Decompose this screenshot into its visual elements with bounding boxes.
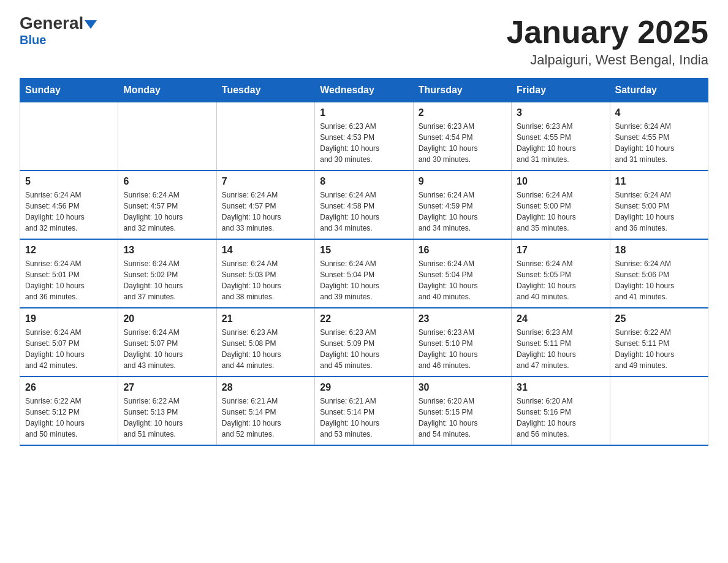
logo-general-text: General [20, 15, 97, 32]
day-number: 15 [320, 245, 408, 256]
day-number: 21 [222, 313, 309, 324]
logo-general-label: General [20, 13, 83, 33]
day-info: Sunrise: 6:21 AM Sunset: 5:14 PM Dayligh… [222, 396, 309, 440]
day-number: 18 [615, 245, 703, 256]
day-info: Sunrise: 6:24 AM Sunset: 4:57 PM Dayligh… [123, 190, 211, 234]
day-number: 24 [517, 313, 604, 324]
col-thursday: Thursday [413, 79, 511, 102]
col-monday: Monday [118, 79, 216, 102]
day-number: 13 [123, 245, 211, 256]
day-number: 6 [123, 176, 211, 187]
calendar-cell: 16Sunrise: 6:24 AM Sunset: 5:04 PM Dayli… [413, 239, 511, 308]
col-wednesday: Wednesday [315, 79, 413, 102]
calendar-cell: 11Sunrise: 6:24 AM Sunset: 5:00 PM Dayli… [610, 170, 708, 239]
day-number: 14 [222, 245, 309, 256]
calendar-cell [20, 102, 118, 171]
day-number: 31 [517, 382, 604, 393]
day-number: 2 [419, 107, 506, 118]
day-number: 8 [320, 176, 408, 187]
day-info: Sunrise: 6:24 AM Sunset: 5:07 PM Dayligh… [123, 327, 211, 371]
calendar-cell: 4Sunrise: 6:24 AM Sunset: 4:55 PM Daylig… [610, 102, 708, 171]
day-info: Sunrise: 6:23 AM Sunset: 5:11 PM Dayligh… [517, 327, 604, 371]
calendar-cell: 2Sunrise: 6:23 AM Sunset: 4:54 PM Daylig… [413, 102, 511, 171]
day-info: Sunrise: 6:24 AM Sunset: 5:07 PM Dayligh… [25, 327, 113, 371]
day-number: 20 [123, 313, 211, 324]
day-number: 10 [517, 176, 604, 187]
day-number: 4 [615, 107, 703, 118]
col-friday: Friday [512, 79, 610, 102]
calendar-cell: 14Sunrise: 6:24 AM Sunset: 5:03 PM Dayli… [216, 239, 314, 308]
calendar-cell: 22Sunrise: 6:23 AM Sunset: 5:09 PM Dayli… [315, 308, 413, 377]
day-info: Sunrise: 6:24 AM Sunset: 5:00 PM Dayligh… [615, 190, 703, 234]
day-number: 9 [419, 176, 506, 187]
calendar-cell: 27Sunrise: 6:22 AM Sunset: 5:13 PM Dayli… [118, 377, 216, 445]
day-number: 22 [320, 313, 408, 324]
day-number: 3 [517, 107, 604, 118]
calendar-week-row: 19Sunrise: 6:24 AM Sunset: 5:07 PM Dayli… [20, 308, 708, 377]
day-number: 27 [123, 382, 211, 393]
calendar-week-row: 26Sunrise: 6:22 AM Sunset: 5:12 PM Dayli… [20, 377, 708, 445]
day-number: 23 [419, 313, 506, 324]
day-info: Sunrise: 6:23 AM Sunset: 5:08 PM Dayligh… [222, 327, 309, 371]
day-info: Sunrise: 6:24 AM Sunset: 5:05 PM Dayligh… [517, 258, 604, 302]
calendar-cell: 5Sunrise: 6:24 AM Sunset: 4:56 PM Daylig… [20, 170, 118, 239]
day-number: 19 [25, 313, 113, 324]
calendar-cell: 18Sunrise: 6:24 AM Sunset: 5:06 PM Dayli… [610, 239, 708, 308]
header-row: Sunday Monday Tuesday Wednesday Thursday… [20, 79, 708, 102]
calendar-cell: 28Sunrise: 6:21 AM Sunset: 5:14 PM Dayli… [216, 377, 314, 445]
day-info: Sunrise: 6:22 AM Sunset: 5:12 PM Dayligh… [25, 396, 113, 440]
calendar-cell: 21Sunrise: 6:23 AM Sunset: 5:08 PM Dayli… [216, 308, 314, 377]
day-number: 16 [419, 245, 506, 256]
calendar-cell: 6Sunrise: 6:24 AM Sunset: 4:57 PM Daylig… [118, 170, 216, 239]
calendar-week-row: 12Sunrise: 6:24 AM Sunset: 5:01 PM Dayli… [20, 239, 708, 308]
calendar-cell: 26Sunrise: 6:22 AM Sunset: 5:12 PM Dayli… [20, 377, 118, 445]
calendar-cell: 10Sunrise: 6:24 AM Sunset: 5:00 PM Dayli… [512, 170, 610, 239]
day-number: 5 [25, 176, 113, 187]
calendar-cell: 30Sunrise: 6:20 AM Sunset: 5:15 PM Dayli… [413, 377, 511, 445]
day-info: Sunrise: 6:21 AM Sunset: 5:14 PM Dayligh… [320, 396, 408, 440]
day-info: Sunrise: 6:24 AM Sunset: 4:58 PM Dayligh… [320, 190, 408, 234]
calendar-cell [216, 102, 314, 171]
day-number: 25 [615, 313, 703, 324]
col-saturday: Saturday [610, 79, 708, 102]
day-number: 11 [615, 176, 703, 187]
day-info: Sunrise: 6:22 AM Sunset: 5:11 PM Dayligh… [615, 327, 703, 371]
day-number: 26 [25, 382, 113, 393]
calendar-body: 1Sunrise: 6:23 AM Sunset: 4:53 PM Daylig… [20, 102, 708, 446]
logo: General Blue [20, 15, 97, 47]
day-number: 28 [222, 382, 309, 393]
day-number: 12 [25, 245, 113, 256]
calendar-subtitle: Jalpaiguri, West Bengal, India [506, 52, 708, 68]
day-info: Sunrise: 6:24 AM Sunset: 5:04 PM Dayligh… [419, 258, 506, 302]
calendar-cell: 3Sunrise: 6:23 AM Sunset: 4:55 PM Daylig… [512, 102, 610, 171]
calendar-cell: 1Sunrise: 6:23 AM Sunset: 4:53 PM Daylig… [315, 102, 413, 171]
day-number: 29 [320, 382, 408, 393]
title-block: January 2025 Jalpaiguri, West Bengal, In… [506, 15, 708, 68]
day-info: Sunrise: 6:22 AM Sunset: 5:13 PM Dayligh… [123, 396, 211, 440]
day-info: Sunrise: 6:24 AM Sunset: 4:56 PM Dayligh… [25, 190, 113, 234]
day-info: Sunrise: 6:24 AM Sunset: 5:06 PM Dayligh… [615, 258, 703, 302]
day-number: 17 [517, 245, 604, 256]
calendar-cell: 20Sunrise: 6:24 AM Sunset: 5:07 PM Dayli… [118, 308, 216, 377]
calendar-table: Sunday Monday Tuesday Wednesday Thursday… [20, 78, 708, 446]
calendar-cell: 17Sunrise: 6:24 AM Sunset: 5:05 PM Dayli… [512, 239, 610, 308]
day-number: 30 [419, 382, 506, 393]
calendar-cell: 12Sunrise: 6:24 AM Sunset: 5:01 PM Dayli… [20, 239, 118, 308]
day-info: Sunrise: 6:23 AM Sunset: 5:10 PM Dayligh… [419, 327, 506, 371]
day-info: Sunrise: 6:23 AM Sunset: 5:09 PM Dayligh… [320, 327, 408, 371]
calendar-cell: 8Sunrise: 6:24 AM Sunset: 4:58 PM Daylig… [315, 170, 413, 239]
day-info: Sunrise: 6:24 AM Sunset: 5:03 PM Dayligh… [222, 258, 309, 302]
calendar-cell: 23Sunrise: 6:23 AM Sunset: 5:10 PM Dayli… [413, 308, 511, 377]
calendar-cell: 29Sunrise: 6:21 AM Sunset: 5:14 PM Dayli… [315, 377, 413, 445]
day-info: Sunrise: 6:24 AM Sunset: 5:04 PM Dayligh… [320, 258, 408, 302]
calendar-cell: 25Sunrise: 6:22 AM Sunset: 5:11 PM Dayli… [610, 308, 708, 377]
calendar-week-row: 1Sunrise: 6:23 AM Sunset: 4:53 PM Daylig… [20, 102, 708, 171]
day-info: Sunrise: 6:24 AM Sunset: 5:01 PM Dayligh… [25, 258, 113, 302]
col-sunday: Sunday [20, 79, 118, 102]
day-info: Sunrise: 6:24 AM Sunset: 4:59 PM Dayligh… [419, 190, 506, 234]
calendar-cell: 9Sunrise: 6:24 AM Sunset: 4:59 PM Daylig… [413, 170, 511, 239]
day-info: Sunrise: 6:24 AM Sunset: 5:00 PM Dayligh… [517, 190, 604, 234]
day-info: Sunrise: 6:24 AM Sunset: 4:57 PM Dayligh… [222, 190, 309, 234]
col-tuesday: Tuesday [216, 79, 314, 102]
logo-triangle-icon [85, 20, 97, 29]
